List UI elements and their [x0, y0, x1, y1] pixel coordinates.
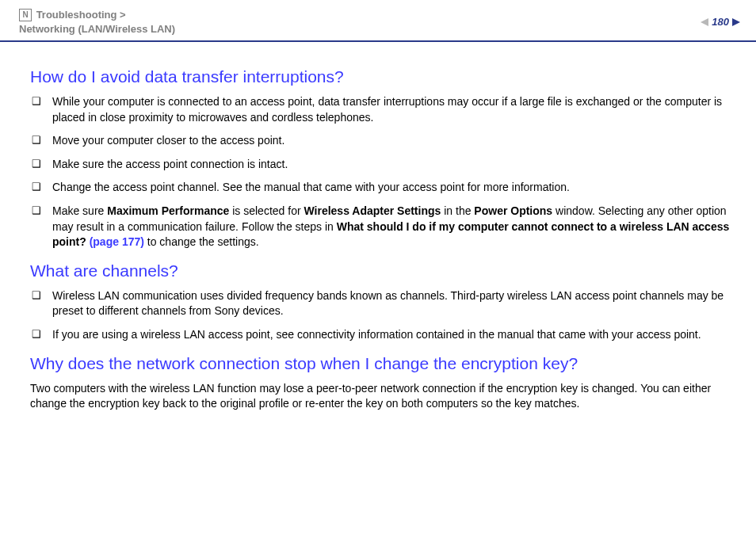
bullet-list: Wireless LAN communication uses divided …: [30, 288, 732, 343]
list-item: Make sure Maximum Performance is selecte…: [30, 204, 732, 250]
section-heading: What are channels?: [30, 261, 732, 280]
breadcrumb-line1: Troubleshooting >: [36, 9, 126, 21]
page-nav: 180: [701, 16, 740, 28]
prev-page-icon[interactable]: [701, 18, 708, 26]
section-heading: How do I avoid data transfer interruptio…: [30, 67, 732, 86]
breadcrumb: N Troubleshooting > Networking (LAN/Wire…: [19, 8, 175, 36]
page-number: 180: [712, 16, 729, 28]
list-item: While your computer is connected to an a…: [30, 94, 732, 125]
list-item: Wireless LAN communication uses divided …: [30, 288, 732, 319]
bullet-list: While your computer is connected to an a…: [30, 94, 732, 250]
paragraph: Two computers with the wireless LAN func…: [30, 381, 732, 412]
n-box-icon: N: [19, 9, 32, 21]
page-content: How do I avoid data transfer interruptio…: [0, 42, 756, 436]
page-header: N Troubleshooting > Networking (LAN/Wire…: [0, 0, 756, 42]
next-page-icon[interactable]: [732, 18, 740, 26]
page-link-177[interactable]: (page 177): [90, 235, 144, 248]
list-item: Make sure the access point connection is…: [30, 157, 732, 173]
breadcrumb-line2: Networking (LAN/Wireless LAN): [19, 23, 175, 35]
section-heading: Why does the network connection stop whe…: [30, 354, 732, 373]
list-item: Change the access point channel. See the…: [30, 180, 732, 196]
list-item: Move your computer closer to the access …: [30, 133, 732, 149]
list-item: If you are using a wireless LAN access p…: [30, 327, 732, 343]
